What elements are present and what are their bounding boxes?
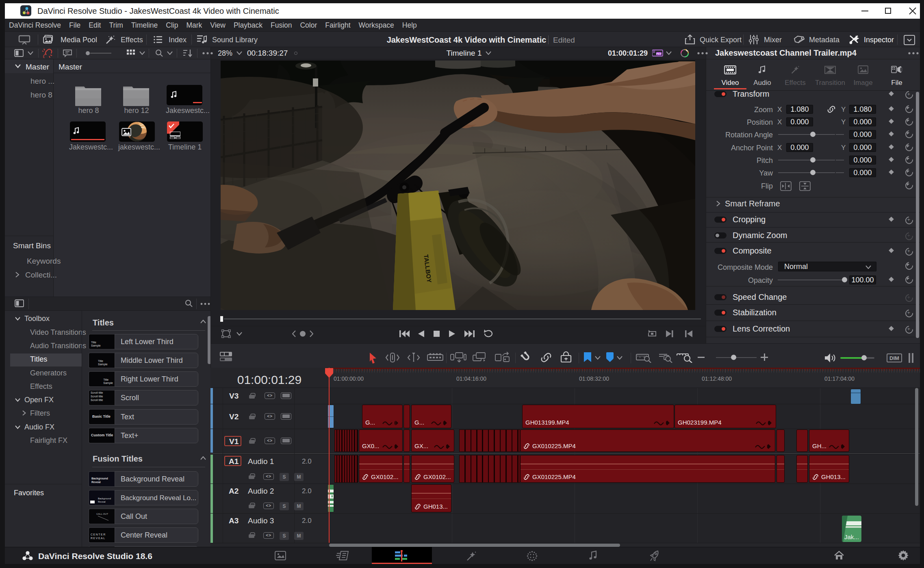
svg-text:CALL OUT: CALL OUT bbox=[96, 513, 108, 515]
svg-text:PXY: PXY bbox=[656, 52, 662, 55]
